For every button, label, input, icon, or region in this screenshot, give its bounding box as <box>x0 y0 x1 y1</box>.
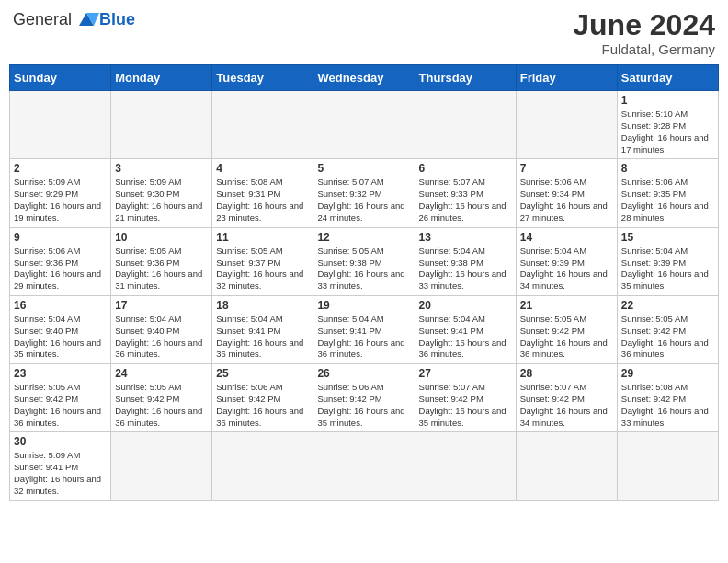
calendar-day-cell <box>111 91 212 159</box>
calendar-day-cell: 8Sunrise: 5:06 AM Sunset: 9:35 PM Daylig… <box>617 159 718 227</box>
calendar-day-cell <box>212 91 313 159</box>
calendar-day-cell: 17Sunrise: 5:04 AM Sunset: 9:40 PM Dayli… <box>111 295 212 363</box>
calendar-table: SundayMondayTuesdayWednesdayThursdayFrid… <box>9 64 719 501</box>
calendar-day-cell: 1Sunrise: 5:10 AM Sunset: 9:28 PM Daylig… <box>617 91 718 159</box>
calendar-day-cell: 26Sunrise: 5:06 AM Sunset: 9:42 PM Dayli… <box>313 364 415 432</box>
day-info: Sunrise: 5:07 AM Sunset: 9:42 PM Dayligh… <box>419 382 512 429</box>
day-info: Sunrise: 5:07 AM Sunset: 9:32 PM Dayligh… <box>317 177 410 224</box>
day-number: 30 <box>14 435 107 448</box>
day-number: 24 <box>115 367 208 380</box>
day-info: Sunrise: 5:04 AM Sunset: 9:38 PM Dayligh… <box>419 246 512 293</box>
logo: General Blue <box>13 9 135 29</box>
month-year-title: June 2024 <box>573 9 715 41</box>
calendar-day-cell <box>10 91 111 159</box>
day-number: 16 <box>14 299 107 312</box>
day-number: 28 <box>520 367 613 380</box>
day-number: 8 <box>621 162 714 175</box>
calendar-day-cell <box>313 432 415 500</box>
calendar-day-cell: 15Sunrise: 5:04 AM Sunset: 9:39 PM Dayli… <box>617 227 718 295</box>
day-number: 3 <box>115 162 208 175</box>
title-block: June 2024 Fuldatal, Germany <box>573 9 715 57</box>
day-number: 29 <box>621 367 714 380</box>
day-info: Sunrise: 5:07 AM Sunset: 9:42 PM Dayligh… <box>520 382 613 429</box>
calendar-week-row: 30Sunrise: 5:09 AM Sunset: 9:41 PM Dayli… <box>10 432 719 500</box>
day-number: 26 <box>317 367 410 380</box>
day-info: Sunrise: 5:08 AM Sunset: 9:42 PM Dayligh… <box>621 382 714 429</box>
day-number: 19 <box>317 299 410 312</box>
calendar-day-cell: 27Sunrise: 5:07 AM Sunset: 9:42 PM Dayli… <box>415 364 516 432</box>
calendar-week-row: 23Sunrise: 5:05 AM Sunset: 9:42 PM Dayli… <box>10 364 719 432</box>
day-info: Sunrise: 5:04 AM Sunset: 9:39 PM Dayligh… <box>520 246 613 293</box>
day-number: 21 <box>520 299 613 312</box>
calendar-day-cell: 16Sunrise: 5:04 AM Sunset: 9:40 PM Dayli… <box>10 295 111 363</box>
calendar-day-cell: 14Sunrise: 5:04 AM Sunset: 9:39 PM Dayli… <box>516 227 617 295</box>
day-info: Sunrise: 5:07 AM Sunset: 9:33 PM Dayligh… <box>419 177 512 224</box>
day-of-week-header: Thursday <box>415 65 516 91</box>
calendar-day-cell: 6Sunrise: 5:07 AM Sunset: 9:33 PM Daylig… <box>415 159 516 227</box>
calendar-day-cell: 30Sunrise: 5:09 AM Sunset: 9:41 PM Dayli… <box>10 432 111 500</box>
calendar-day-cell: 22Sunrise: 5:05 AM Sunset: 9:42 PM Dayli… <box>617 295 718 363</box>
day-number: 25 <box>216 367 309 380</box>
calendar-day-cell: 10Sunrise: 5:05 AM Sunset: 9:36 PM Dayli… <box>111 227 212 295</box>
calendar-day-cell <box>516 432 617 500</box>
calendar-day-cell: 21Sunrise: 5:05 AM Sunset: 9:42 PM Dayli… <box>516 295 617 363</box>
calendar-day-cell <box>313 91 415 159</box>
day-number: 10 <box>115 231 208 244</box>
day-number: 20 <box>419 299 512 312</box>
day-number: 13 <box>419 231 512 244</box>
day-info: Sunrise: 5:04 AM Sunset: 9:41 PM Dayligh… <box>216 314 309 361</box>
calendar-day-cell <box>617 432 718 500</box>
logo-general-text: General <box>13 10 72 29</box>
calendar-day-cell: 29Sunrise: 5:08 AM Sunset: 9:42 PM Dayli… <box>617 364 718 432</box>
day-number: 18 <box>216 299 309 312</box>
day-of-week-header: Sunday <box>10 65 111 91</box>
day-number: 14 <box>520 231 613 244</box>
day-number: 11 <box>216 231 309 244</box>
day-info: Sunrise: 5:05 AM Sunset: 9:42 PM Dayligh… <box>621 314 714 361</box>
day-info: Sunrise: 5:06 AM Sunset: 9:42 PM Dayligh… <box>216 382 309 429</box>
day-info: Sunrise: 5:06 AM Sunset: 9:34 PM Dayligh… <box>520 177 613 224</box>
calendar-day-cell: 25Sunrise: 5:06 AM Sunset: 9:42 PM Dayli… <box>212 364 313 432</box>
logo-icon <box>74 9 99 29</box>
calendar-week-row: 2Sunrise: 5:09 AM Sunset: 9:29 PM Daylig… <box>10 159 719 227</box>
day-info: Sunrise: 5:05 AM Sunset: 9:37 PM Dayligh… <box>216 246 309 293</box>
day-number: 15 <box>621 231 714 244</box>
day-of-week-header: Tuesday <box>212 65 313 91</box>
day-info: Sunrise: 5:04 AM Sunset: 9:41 PM Dayligh… <box>317 314 410 361</box>
day-number: 5 <box>317 162 410 175</box>
day-number: 27 <box>419 367 512 380</box>
calendar-day-cell: 28Sunrise: 5:07 AM Sunset: 9:42 PM Dayli… <box>516 364 617 432</box>
day-number: 9 <box>14 231 107 244</box>
day-number: 7 <box>520 162 613 175</box>
calendar-week-row: 1Sunrise: 5:10 AM Sunset: 9:28 PM Daylig… <box>10 91 719 159</box>
day-of-week-header: Saturday <box>617 65 718 91</box>
location-subtitle: Fuldatal, Germany <box>573 41 715 57</box>
day-info: Sunrise: 5:06 AM Sunset: 9:36 PM Dayligh… <box>14 246 107 293</box>
day-info: Sunrise: 5:04 AM Sunset: 9:40 PM Dayligh… <box>14 314 107 361</box>
calendar-day-cell: 20Sunrise: 5:04 AM Sunset: 9:41 PM Dayli… <box>415 295 516 363</box>
calendar-day-cell: 23Sunrise: 5:05 AM Sunset: 9:42 PM Dayli… <box>10 364 111 432</box>
day-of-week-header: Friday <box>516 65 617 91</box>
calendar-day-cell: 7Sunrise: 5:06 AM Sunset: 9:34 PM Daylig… <box>516 159 617 227</box>
day-of-week-header: Wednesday <box>313 65 415 91</box>
day-info: Sunrise: 5:05 AM Sunset: 9:38 PM Dayligh… <box>317 246 410 293</box>
day-number: 4 <box>216 162 309 175</box>
calendar-day-cell <box>111 432 212 500</box>
day-info: Sunrise: 5:08 AM Sunset: 9:31 PM Dayligh… <box>216 177 309 224</box>
day-info: Sunrise: 5:04 AM Sunset: 9:41 PM Dayligh… <box>419 314 512 361</box>
day-info: Sunrise: 5:05 AM Sunset: 9:42 PM Dayligh… <box>115 382 208 429</box>
day-info: Sunrise: 5:05 AM Sunset: 9:42 PM Dayligh… <box>14 382 107 429</box>
day-info: Sunrise: 5:04 AM Sunset: 9:40 PM Dayligh… <box>115 314 208 361</box>
day-info: Sunrise: 5:05 AM Sunset: 9:42 PM Dayligh… <box>520 314 613 361</box>
day-info: Sunrise: 5:06 AM Sunset: 9:35 PM Dayligh… <box>621 177 714 224</box>
calendar-day-cell <box>415 91 516 159</box>
calendar-day-cell: 18Sunrise: 5:04 AM Sunset: 9:41 PM Dayli… <box>212 295 313 363</box>
day-number: 1 <box>621 94 714 107</box>
day-number: 23 <box>14 367 107 380</box>
calendar-day-cell: 13Sunrise: 5:04 AM Sunset: 9:38 PM Dayli… <box>415 227 516 295</box>
day-info: Sunrise: 5:09 AM Sunset: 9:30 PM Dayligh… <box>115 177 208 224</box>
logo-blue-text: Blue <box>99 10 135 29</box>
day-number: 22 <box>621 299 714 312</box>
calendar-week-row: 9Sunrise: 5:06 AM Sunset: 9:36 PM Daylig… <box>10 227 719 295</box>
day-info: Sunrise: 5:09 AM Sunset: 9:41 PM Dayligh… <box>14 450 107 497</box>
